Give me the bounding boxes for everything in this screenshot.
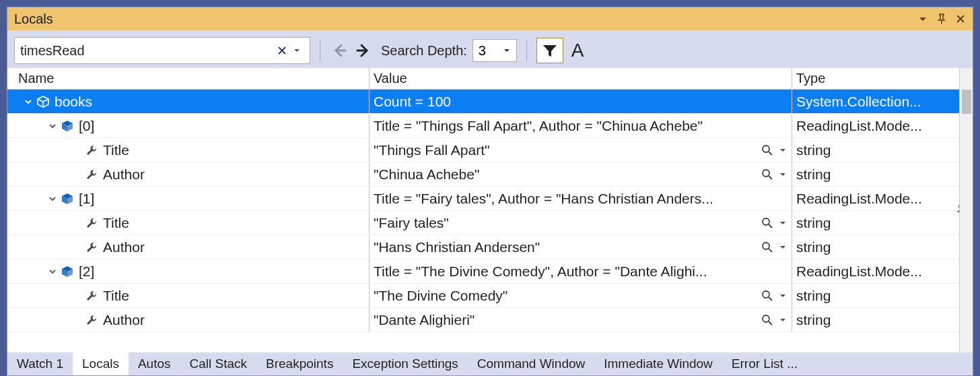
vertical-scrollbar[interactable] — [959, 68, 973, 352]
search-depth-select[interactable]: 3 — [473, 39, 517, 62]
visualizer-dropdown-icon[interactable] — [778, 315, 788, 325]
object-icon — [60, 119, 75, 133]
variable-type: System.Collection... — [796, 94, 921, 110]
variable-value: Title = "The Divine Comedy", Author = "D… — [374, 263, 707, 280]
tab-autos[interactable]: Autos — [129, 352, 180, 375]
close-icon[interactable] — [952, 11, 969, 27]
variable-type: string — [796, 288, 831, 304]
pin-icon[interactable] — [934, 11, 950, 27]
wrench-icon — [84, 313, 99, 327]
variable-value: "Fairy tales" — [374, 215, 449, 231]
object-icon — [36, 94, 50, 109]
expander-icon[interactable] — [22, 96, 34, 108]
tab-command-window[interactable]: Command Window — [468, 352, 595, 375]
table-row[interactable]: Title"The Divine Comedy"string — [7, 284, 959, 308]
variable-name: Title — [103, 215, 129, 231]
clear-search-icon[interactable] — [275, 43, 289, 58]
expander-icon — [71, 217, 83, 229]
expander-icon — [71, 168, 83, 181]
search-input[interactable] — [20, 43, 275, 59]
visualizer-icon[interactable] — [761, 313, 774, 327]
toolbar: Search Depth: 3 A — [7, 30, 973, 68]
expander-icon[interactable] — [46, 265, 59, 278]
tab-error-list[interactable]: Error List ... — [722, 352, 807, 375]
tab-breakpoints[interactable]: Breakpoints — [256, 352, 343, 375]
search-next-icon[interactable] — [354, 41, 373, 60]
column-header-type[interactable]: Type — [792, 68, 959, 89]
expander-icon — [71, 290, 83, 302]
variable-value: Count = 100 — [374, 94, 451, 110]
table-row[interactable]: Title"Things Fall Apart"string — [7, 138, 959, 162]
search-depth-value: 3 — [479, 43, 486, 59]
wrench-icon — [84, 288, 99, 303]
object-icon — [60, 264, 75, 279]
variable-type: ReadingList.Mode... — [796, 118, 922, 134]
variable-name: Title — [103, 142, 129, 158]
table-row[interactable]: booksCount = 100System.Collection... — [7, 90, 959, 114]
variable-name: Author — [103, 166, 145, 183]
toolbar-divider — [526, 40, 527, 61]
column-header-value[interactable]: Value — [370, 68, 792, 89]
expander-icon — [71, 144, 83, 156]
tab-exception-settings[interactable]: Exception Settings — [343, 352, 467, 375]
visualizer-dropdown-icon[interactable] — [778, 146, 788, 155]
window-options-icon[interactable] — [915, 11, 931, 27]
font-size-button[interactable]: A — [569, 40, 587, 61]
table-row[interactable]: Author"Dante Alighieri"string — [7, 308, 959, 332]
visualizer-dropdown-icon[interactable] — [778, 218, 788, 228]
variable-name: [0] — [79, 118, 94, 134]
visualizer-dropdown-icon[interactable] — [778, 291, 788, 301]
variable-value: "Dante Alighieri" — [374, 312, 475, 328]
visualizer-dropdown-icon[interactable] — [778, 170, 788, 179]
variable-name: [1] — [79, 191, 94, 207]
object-icon — [60, 191, 75, 206]
table-row[interactable]: [0]Title = "Things Fall Apart", Author =… — [7, 114, 959, 138]
tab-call-stack[interactable]: Call Stack — [180, 352, 257, 375]
visualizer-icon[interactable] — [761, 168, 774, 181]
scrollbar-thumb[interactable] — [962, 90, 971, 114]
variable-value: "Chinua Achebe" — [374, 166, 479, 183]
search-dropdown-icon[interactable] — [289, 43, 304, 58]
search-box[interactable] — [14, 37, 310, 64]
variable-name: Author — [103, 239, 145, 255]
visualizer-icon[interactable] — [761, 241, 774, 254]
variable-name: books — [55, 94, 92, 110]
expander-icon[interactable] — [46, 120, 59, 132]
table-row[interactable]: [2]Title = "The Divine Comedy", Author =… — [7, 259, 959, 284]
toolbar-divider — [320, 40, 320, 61]
table-row[interactable]: [1]Title = "Fairy tales", Author = "Hans… — [7, 187, 959, 211]
wrench-icon — [84, 240, 99, 255]
visualizer-icon[interactable] — [761, 289, 774, 303]
locals-grid: Name Value Type booksCount = 100System.C… — [7, 68, 959, 352]
search-depth-label: Search Depth: — [381, 43, 467, 59]
variable-type: string — [796, 239, 831, 255]
tab-immediate-window[interactable]: Immediate Window — [594, 352, 722, 375]
wrench-icon — [84, 143, 99, 158]
table-row[interactable]: Title"Fairy tales"string — [7, 211, 959, 235]
expander-icon[interactable] — [46, 193, 59, 205]
variable-value: Title = "Things Fall Apart", Author = "C… — [374, 118, 703, 134]
column-header-name[interactable]: Name — [7, 68, 370, 89]
tab-watch-1[interactable]: Watch 1 — [7, 352, 73, 375]
filter-button[interactable] — [536, 38, 563, 63]
wrench-icon — [84, 167, 99, 182]
wrench-icon — [84, 216, 99, 230]
variable-type: string — [796, 166, 831, 183]
tool-window-tabs: Watch 1LocalsAutosCall StackBreakpointsE… — [7, 352, 973, 375]
variable-value: "Hans Christian Andersen" — [374, 239, 540, 255]
variable-type: string — [796, 312, 831, 328]
table-row[interactable]: Author"Hans Christian Andersen"string — [7, 235, 959, 259]
variable-name: [2] — [79, 263, 94, 280]
variable-type: string — [796, 142, 831, 158]
visualizer-icon[interactable] — [761, 144, 774, 157]
visualizer-icon[interactable] — [761, 216, 774, 230]
tab-locals[interactable]: Locals — [73, 352, 129, 375]
variable-type: ReadingList.Mode... — [796, 263, 922, 280]
table-row[interactable]: Author"Chinua Achebe"string — [7, 162, 959, 187]
variable-type: string — [796, 215, 831, 231]
visualizer-dropdown-icon[interactable] — [778, 243, 788, 252]
svg-point-2 — [763, 218, 769, 225]
search-prev-icon[interactable] — [330, 41, 349, 60]
svg-point-0 — [763, 146, 769, 152]
expander-icon — [71, 241, 83, 253]
